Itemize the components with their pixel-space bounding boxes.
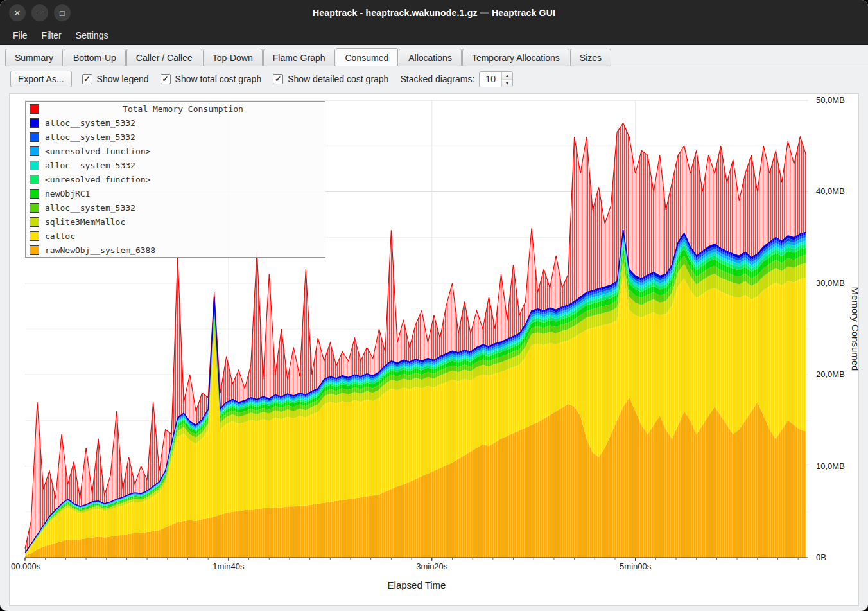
svg-text:0B: 0B [816, 553, 826, 562]
tab-bottom-up[interactable]: Bottom-Up [64, 49, 126, 66]
legend-swatch [30, 231, 39, 241]
svg-text:30,0MB: 30,0MB [816, 278, 845, 288]
spinbox-up-icon[interactable]: ▲ [502, 72, 512, 79]
legend-entry: <unresolved function> [26, 172, 325, 186]
checkbox-group: ✓Show legend✓Show total cost graph✓Show … [82, 74, 389, 84]
legend-swatch [30, 217, 39, 227]
legend-entry: alloc__system_5332 [26, 130, 325, 144]
svg-text:50,0MB: 50,0MB [816, 95, 845, 105]
svg-text:20,0MB: 20,0MB [816, 369, 845, 379]
legend-entry: <unresolved function> [26, 144, 325, 158]
legend-entry: rawNewObj__system_6388 [26, 243, 325, 257]
tab-temporary-allocations[interactable]: Temporary Allocations [462, 49, 569, 66]
tab-summary[interactable]: Summary [5, 49, 63, 66]
stacked-diagrams-spinbox[interactable]: 10 ▲ ▼ [479, 71, 513, 87]
tab-sizes[interactable]: Sizes [570, 49, 611, 66]
svg-text:00.000s: 00.000s [11, 562, 41, 571]
titlebar[interactable]: ✕ − □ Heaptrack - heaptrack.wakunode.1.g… [0, 0, 868, 26]
menu-item-file[interactable]: File [6, 28, 34, 43]
legend-entry: sqlite3MemMalloc [26, 215, 325, 229]
legend-entry-label: rawNewObj__system_6388 [45, 245, 155, 255]
legend-swatch [30, 146, 39, 156]
svg-text:1min40s: 1min40s [213, 562, 245, 571]
legend-entry-label: calloc [45, 231, 75, 241]
spinbox-value: 10 [480, 72, 501, 87]
stacked-diagrams-group: Stacked diagrams: 10 ▲ ▼ [400, 71, 513, 87]
legend-swatch [30, 161, 39, 170]
checkbox-label: Show total cost graph [175, 74, 262, 84]
legend-title: Total Memory Consumption [45, 104, 321, 114]
legend-entry-label: <unresolved function> [45, 175, 150, 184]
legend-swatch [30, 132, 39, 142]
svg-text:5min00s: 5min00s [620, 562, 652, 571]
legend-entry-label: alloc__system_5332 [45, 118, 135, 128]
legend-entry-label: alloc__system_5332 [45, 132, 135, 142]
tab-flame-graph[interactable]: Flame Graph [263, 49, 335, 66]
legend-entry: calloc [26, 229, 325, 243]
legend-swatch [30, 189, 39, 199]
checkbox-label: Show legend [97, 74, 149, 84]
stacked-diagrams-label: Stacked diagrams: [400, 74, 474, 84]
legend-entry-label: alloc__system_5332 [45, 161, 135, 170]
consumed-chart[interactable]: 00.000s1min40s3min20s5min00s0B10,0MB20,0… [9, 93, 859, 606]
legend-swatch [30, 175, 39, 184]
tab-caller-callee[interactable]: Caller / Callee [126, 49, 202, 66]
svg-text:10,0MB: 10,0MB [816, 461, 845, 471]
window-title: Heaptrack - heaptrack.wakunode.1.gz — He… [313, 8, 555, 18]
legend-entry: alloc__system_5332 [26, 200, 325, 215]
window-controls: ✕ − □ [9, 4, 71, 21]
legend-entry-label: <unresolved function> [45, 146, 150, 156]
checkbox-box-icon: ✓ [161, 74, 171, 84]
menu-item-filter[interactable]: Filter [35, 28, 68, 43]
legend-swatch-total [30, 104, 39, 114]
spinbox-buttons: ▲ ▼ [501, 72, 512, 87]
svg-text:Memory Consumed: Memory Consumed [850, 287, 858, 371]
svg-text:3min20s: 3min20s [416, 562, 448, 571]
legend-swatch [30, 245, 39, 255]
legend-entry: alloc__system_5332 [26, 116, 325, 130]
checkbox-show-total-cost-graph[interactable]: ✓Show total cost graph [161, 74, 262, 84]
svg-text:Elapsed Time: Elapsed Time [388, 580, 446, 590]
checkbox-label: Show detailed cost graph [288, 74, 388, 84]
legend-title-row: Total Memory Consumption [26, 102, 325, 116]
svg-text:40,0MB: 40,0MB [816, 186, 845, 196]
minimize-icon[interactable]: − [31, 4, 48, 21]
spinbox-down-icon[interactable]: ▼ [502, 79, 512, 87]
checkbox-box-icon: ✓ [273, 74, 283, 84]
legend-entries: alloc__system_5332alloc__system_5332<unr… [26, 116, 325, 257]
legend-swatch [30, 118, 39, 128]
tab-bar: SummaryBottom-UpCaller / CalleeTop-DownF… [0, 45, 868, 66]
legend-entry: newObjRC1 [26, 186, 325, 200]
tab-top-down[interactable]: Top-Down [203, 49, 263, 66]
legend-swatch [30, 203, 39, 213]
maximize-icon[interactable]: □ [54, 4, 71, 21]
checkbox-show-legend[interactable]: ✓Show legend [82, 74, 149, 84]
checkbox-box-icon: ✓ [82, 74, 92, 84]
chart-legend: Total Memory Consumption alloc__system_5… [25, 101, 326, 258]
checkbox-show-detailed-cost-graph[interactable]: ✓Show detailed cost graph [273, 74, 388, 84]
menubar: FileFilterSettings [0, 26, 868, 45]
tab-consumed[interactable]: Consumed [336, 48, 399, 66]
export-as-button[interactable]: Export As... [10, 71, 72, 87]
close-icon[interactable]: ✕ [9, 4, 26, 21]
legend-entry-label: alloc__system_5332 [45, 203, 135, 213]
legend-entry-label: sqlite3MemMalloc [45, 217, 125, 227]
menu-item-settings[interactable]: Settings [69, 28, 115, 43]
app-window: ✕ − □ Heaptrack - heaptrack.wakunode.1.g… [0, 0, 868, 611]
legend-entry: alloc__system_5332 [26, 158, 325, 172]
tab-allocations[interactable]: Allocations [399, 49, 462, 66]
toolbar: Export As... ✓Show legend✓Show total cos… [0, 66, 868, 92]
legend-entry-label: newObjRC1 [45, 189, 90, 199]
